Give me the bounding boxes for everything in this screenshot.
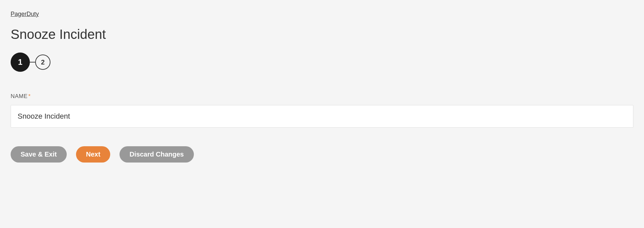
name-label-text: NAME	[11, 93, 28, 99]
form-section-name: NAME*	[11, 93, 633, 128]
breadcrumb-pagerduty[interactable]: PagerDuty	[11, 11, 39, 18]
next-button[interactable]: Next	[76, 146, 110, 163]
discard-changes-button[interactable]: Discard Changes	[120, 146, 194, 163]
required-mark: *	[28, 93, 31, 99]
name-label: NAME*	[11, 93, 633, 100]
stepper: 1 2	[11, 53, 633, 72]
name-input[interactable]	[11, 105, 633, 128]
save-exit-button[interactable]: Save & Exit	[11, 146, 67, 163]
page-title: Snooze Incident	[11, 27, 633, 42]
step-connector	[30, 62, 35, 62]
button-row: Save & Exit Next Discard Changes	[11, 146, 633, 163]
step-1[interactable]: 1	[11, 53, 30, 72]
step-2[interactable]: 2	[35, 55, 50, 70]
